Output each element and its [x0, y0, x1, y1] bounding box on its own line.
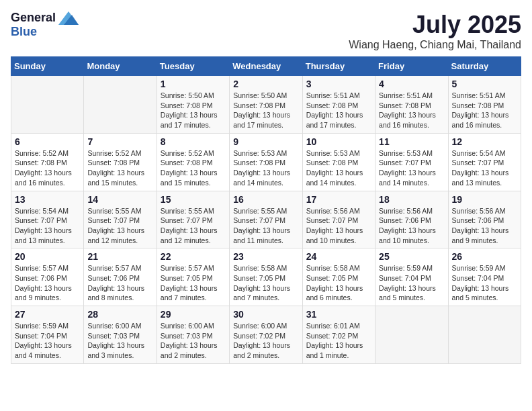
day-info: Sunrise: 5:52 AMSunset: 7:08 PMDaylight:… [15, 148, 80, 188]
calendar-day-cell: 5Sunrise: 5:51 AMSunset: 7:08 PMDaylight… [448, 76, 521, 134]
calendar-day-cell: 30Sunrise: 6:00 AMSunset: 7:02 PMDayligh… [230, 306, 302, 364]
calendar-day-cell: 6Sunrise: 5:52 AMSunset: 7:08 PMDaylight… [11, 133, 84, 191]
day-info: Sunrise: 5:57 AMSunset: 7:06 PMDaylight:… [87, 263, 152, 303]
day-number: 22 [161, 251, 226, 262]
calendar-day-cell: 27Sunrise: 5:59 AMSunset: 7:04 PMDayligh… [11, 306, 84, 364]
calendar-day-cell: 8Sunrise: 5:52 AMSunset: 7:08 PMDaylight… [157, 133, 229, 191]
weekday-header: Saturday [448, 57, 521, 76]
day-number: 25 [379, 251, 444, 262]
calendar-day-cell: 16Sunrise: 5:55 AMSunset: 7:07 PMDayligh… [230, 191, 302, 248]
day-info: Sunrise: 5:51 AMSunset: 7:08 PMDaylight:… [452, 91, 517, 130]
day-info: Sunrise: 5:52 AMSunset: 7:08 PMDaylight:… [161, 148, 226, 188]
calendar-day-cell [11, 76, 84, 134]
day-info: Sunrise: 5:59 AMSunset: 7:04 PMDaylight:… [15, 321, 80, 361]
calendar-day-cell [375, 306, 448, 364]
day-info: Sunrise: 5:55 AMSunset: 7:07 PMDaylight:… [161, 206, 226, 246]
calendar-day-cell: 23Sunrise: 5:58 AMSunset: 7:05 PMDayligh… [230, 248, 302, 306]
day-info: Sunrise: 5:51 AMSunset: 7:08 PMDaylight:… [379, 91, 444, 130]
day-info: Sunrise: 5:52 AMSunset: 7:08 PMDaylight:… [87, 148, 152, 188]
location-title: Wiang Haeng, Chiang Mai, Thailand [349, 39, 521, 51]
day-number: 14 [87, 194, 152, 205]
calendar-day-cell: 21Sunrise: 5:57 AMSunset: 7:06 PMDayligh… [84, 248, 157, 306]
calendar-day-cell: 3Sunrise: 5:51 AMSunset: 7:08 PMDaylight… [302, 76, 375, 134]
day-number: 18 [379, 194, 444, 205]
calendar-day-cell [84, 76, 157, 134]
day-info: Sunrise: 5:53 AMSunset: 7:08 PMDaylight:… [306, 148, 371, 188]
calendar-day-cell: 14Sunrise: 5:55 AMSunset: 7:07 PMDayligh… [84, 191, 157, 248]
logo-blue: Blue [11, 25, 37, 39]
weekday-header: Friday [375, 57, 448, 76]
calendar-day-cell: 19Sunrise: 5:56 AMSunset: 7:06 PMDayligh… [448, 191, 521, 248]
day-number: 23 [233, 251, 298, 262]
day-info: Sunrise: 5:55 AMSunset: 7:07 PMDaylight:… [233, 206, 298, 246]
day-info: Sunrise: 6:00 AMSunset: 7:02 PMDaylight:… [233, 321, 298, 361]
calendar-table: SundayMondayTuesdayWednesdayThursdayFrid… [11, 56, 521, 364]
day-info: Sunrise: 5:58 AMSunset: 7:05 PMDaylight:… [233, 263, 298, 303]
calendar-day-cell: 7Sunrise: 5:52 AMSunset: 7:08 PMDaylight… [84, 133, 157, 191]
day-info: Sunrise: 5:57 AMSunset: 7:05 PMDaylight:… [161, 263, 226, 303]
weekday-header: Monday [84, 57, 157, 76]
calendar-week-row: 1Sunrise: 5:50 AMSunset: 7:08 PMDaylight… [11, 76, 521, 134]
calendar-day-cell: 17Sunrise: 5:56 AMSunset: 7:07 PMDayligh… [302, 191, 375, 248]
calendar-header-row: SundayMondayTuesdayWednesdayThursdayFrid… [11, 57, 521, 76]
calendar-day-cell: 12Sunrise: 5:54 AMSunset: 7:07 PMDayligh… [448, 133, 521, 191]
calendar-day-cell: 18Sunrise: 5:56 AMSunset: 7:06 PMDayligh… [375, 191, 448, 248]
calendar-day-cell: 11Sunrise: 5:53 AMSunset: 7:07 PMDayligh… [375, 133, 448, 191]
day-info: Sunrise: 5:54 AMSunset: 7:07 PMDaylight:… [452, 148, 517, 188]
day-number: 8 [161, 136, 226, 147]
calendar-day-cell: 20Sunrise: 5:57 AMSunset: 7:06 PMDayligh… [11, 248, 84, 306]
calendar-day-cell: 26Sunrise: 5:59 AMSunset: 7:04 PMDayligh… [448, 248, 521, 306]
day-number: 15 [161, 194, 226, 205]
day-number: 11 [379, 136, 444, 147]
calendar-day-cell: 22Sunrise: 5:57 AMSunset: 7:05 PMDayligh… [157, 248, 229, 306]
calendar-week-row: 13Sunrise: 5:54 AMSunset: 7:07 PMDayligh… [11, 191, 521, 248]
weekday-header: Sunday [11, 57, 84, 76]
calendar-day-cell: 28Sunrise: 6:00 AMSunset: 7:03 PMDayligh… [84, 306, 157, 364]
header: General Blue July 2025 Wiang Haeng, Chia… [11, 11, 521, 51]
calendar-day-cell: 1Sunrise: 5:50 AMSunset: 7:08 PMDaylight… [157, 76, 229, 134]
day-info: Sunrise: 5:59 AMSunset: 7:04 PMDaylight:… [379, 263, 444, 303]
day-info: Sunrise: 6:00 AMSunset: 7:03 PMDaylight:… [161, 321, 226, 361]
calendar-week-row: 27Sunrise: 5:59 AMSunset: 7:04 PMDayligh… [11, 306, 521, 364]
day-number: 24 [306, 251, 371, 262]
day-number: 1 [161, 79, 226, 89]
day-number: 26 [452, 251, 517, 262]
day-number: 5 [452, 79, 517, 89]
day-number: 3 [306, 79, 371, 89]
day-number: 6 [15, 136, 80, 147]
title-area: July 2025 Wiang Haeng, Chiang Mai, Thail… [349, 11, 521, 51]
day-number: 9 [233, 136, 298, 147]
month-title: July 2025 [349, 11, 521, 39]
calendar-day-cell: 25Sunrise: 5:59 AMSunset: 7:04 PMDayligh… [375, 248, 448, 306]
weekday-header: Thursday [302, 57, 375, 76]
day-info: Sunrise: 6:01 AMSunset: 7:02 PMDaylight:… [306, 321, 371, 361]
day-info: Sunrise: 5:53 AMSunset: 7:08 PMDaylight:… [233, 148, 298, 188]
calendar-day-cell: 9Sunrise: 5:53 AMSunset: 7:08 PMDaylight… [230, 133, 302, 191]
day-number: 17 [306, 194, 371, 205]
day-number: 2 [233, 79, 298, 89]
day-info: Sunrise: 6:00 AMSunset: 7:03 PMDaylight:… [87, 321, 152, 361]
calendar-day-cell: 29Sunrise: 6:00 AMSunset: 7:03 PMDayligh… [157, 306, 229, 364]
day-number: 21 [87, 251, 152, 262]
day-number: 27 [15, 309, 80, 320]
calendar-day-cell: 13Sunrise: 5:54 AMSunset: 7:07 PMDayligh… [11, 191, 84, 248]
day-info: Sunrise: 5:57 AMSunset: 7:06 PMDaylight:… [15, 263, 80, 303]
calendar-day-cell: 10Sunrise: 5:53 AMSunset: 7:08 PMDayligh… [302, 133, 375, 191]
calendar-day-cell: 4Sunrise: 5:51 AMSunset: 7:08 PMDaylight… [375, 76, 448, 134]
day-number: 29 [161, 309, 226, 320]
calendar-day-cell: 2Sunrise: 5:50 AMSunset: 7:08 PMDaylight… [230, 76, 302, 134]
day-info: Sunrise: 5:50 AMSunset: 7:08 PMDaylight:… [161, 91, 226, 130]
calendar-week-row: 6Sunrise: 5:52 AMSunset: 7:08 PMDaylight… [11, 133, 521, 191]
day-number: 7 [87, 136, 152, 147]
calendar-day-cell: 24Sunrise: 5:58 AMSunset: 7:05 PMDayligh… [302, 248, 375, 306]
weekday-header: Tuesday [157, 57, 229, 76]
day-info: Sunrise: 5:53 AMSunset: 7:07 PMDaylight:… [379, 148, 444, 188]
day-info: Sunrise: 5:56 AMSunset: 7:07 PMDaylight:… [306, 206, 371, 246]
day-info: Sunrise: 5:58 AMSunset: 7:05 PMDaylight:… [306, 263, 371, 303]
logo-icon [58, 11, 79, 25]
logo-general: General [11, 11, 56, 25]
weekday-header: Wednesday [230, 57, 302, 76]
calendar-week-row: 20Sunrise: 5:57 AMSunset: 7:06 PMDayligh… [11, 248, 521, 306]
day-number: 30 [233, 309, 298, 320]
day-number: 13 [15, 194, 80, 205]
